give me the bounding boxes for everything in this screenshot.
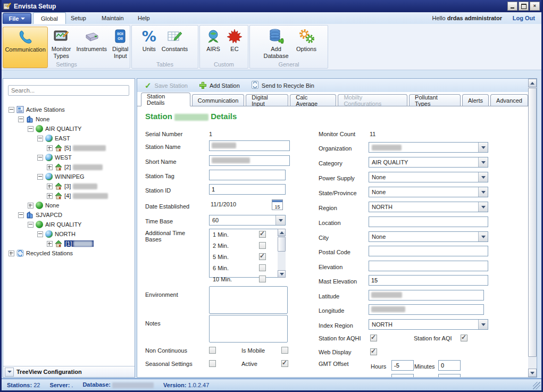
station-for-aqi-checkbox[interactable] <box>461 335 467 341</box>
airs-button[interactable]: AIRS <box>204 27 223 54</box>
listbox-scrollbar[interactable] <box>278 229 286 278</box>
tree-item-air-quality[interactable]: AIR QUALITY <box>28 124 81 134</box>
save-station-button[interactable]: ✓ Save Station <box>141 81 191 90</box>
tree-item-active-stations[interactable]: Active Stations <box>9 105 65 114</box>
station-id-field[interactable] <box>209 184 286 195</box>
scrollbar-thumb[interactable] <box>278 237 286 252</box>
menu-tab-help[interactable]: Help <box>130 12 157 24</box>
scroll-up-button[interactable] <box>278 229 286 236</box>
gmt-minutes-field[interactable] <box>438 360 461 371</box>
dropdown-button[interactable] <box>478 187 488 197</box>
collapse-pane-button[interactable] <box>5 368 14 377</box>
expander-collapse-icon[interactable] <box>28 126 34 132</box>
maximize-button[interactable] <box>519 2 529 11</box>
time-base-dropdown[interactable]: 60 <box>209 215 286 226</box>
expander-collapse-icon[interactable] <box>18 116 24 122</box>
file-menu-button[interactable]: File <box>3 13 31 24</box>
tree-item-station-4[interactable]: [4] <box>47 191 108 201</box>
checkbox-unchecked[interactable] <box>259 276 266 282</box>
checkbox-checked[interactable] <box>259 253 266 260</box>
tree-item-air-quality-2[interactable]: AIR QUALITY <box>28 220 81 229</box>
longitude-field[interactable] <box>369 304 484 315</box>
notes-field[interactable] <box>209 315 288 343</box>
time-base-option[interactable]: 6 Min. <box>210 263 268 273</box>
checkbox-unchecked[interactable] <box>259 264 266 271</box>
scrollbar-thumb[interactable] <box>528 88 537 357</box>
web-display-checkbox[interactable] <box>370 348 377 355</box>
city-dropdown[interactable]: None <box>369 231 488 242</box>
checkbox-unchecked[interactable] <box>259 242 266 249</box>
non-continuous-checkbox[interactable] <box>209 347 216 354</box>
power-supply-dropdown[interactable]: None <box>369 172 488 182</box>
dropdown-button[interactable] <box>275 215 285 225</box>
seasonal-settings-checkbox[interactable] <box>209 360 216 367</box>
monitor-types-button[interactable]: Monitor Types <box>50 27 73 60</box>
dropdown-button[interactable] <box>478 232 488 241</box>
tree-item-station-5[interactable]: [5] <box>47 143 106 153</box>
tree-item-recycled-stations[interactable]: Recycled Stations <box>9 248 73 258</box>
expander-expand-icon[interactable] <box>47 164 53 170</box>
postal-code-field[interactable] <box>369 246 488 256</box>
index-region-dropdown[interactable]: NORTH <box>369 319 488 330</box>
tab-alerts[interactable]: Alerts <box>462 94 489 106</box>
dropdown-button[interactable] <box>478 157 488 167</box>
state-province-dropdown[interactable]: None <box>369 187 488 197</box>
additional-time-bases-list[interactable]: 1 Min. 2 Min. 5 Min. 6 Min. 10 Min. <box>209 229 278 278</box>
tree-item-none-category[interactable]: None <box>28 201 59 210</box>
menu-tab-global[interactable]: Global <box>33 12 66 24</box>
tab-pollutant-types[interactable]: Pollutant Types <box>409 94 461 106</box>
station-tag-field[interactable] <box>209 170 286 180</box>
expander-expand-icon[interactable] <box>28 203 34 208</box>
main-scrollbar[interactable] <box>528 79 537 377</box>
time-base-option[interactable]: 1 Min. <box>210 229 268 240</box>
tree-item-winnipeg[interactable]: WINNIPEG <box>37 172 85 181</box>
expander-collapse-icon[interactable] <box>9 107 14 113</box>
dropdown-button[interactable] <box>478 172 488 182</box>
units-button[interactable]: % Units <box>140 27 158 54</box>
scroll-up-button[interactable] <box>528 79 537 87</box>
tree-item-east[interactable]: EAST <box>37 134 70 143</box>
tree-item-station-3[interactable]: [3] <box>47 181 97 191</box>
region-dropdown[interactable]: NORTH <box>369 202 488 212</box>
dropdown-button[interactable] <box>478 320 488 329</box>
tab-digital-input[interactable]: Digital Input <box>246 94 288 106</box>
expander-collapse-icon[interactable] <box>37 136 43 141</box>
expander-expand-icon[interactable] <box>47 184 53 189</box>
dropdown-button[interactable] <box>478 143 488 152</box>
send-to-recycle-bin-button[interactable]: Send to Recycle Bin <box>248 81 318 90</box>
organization-dropdown[interactable] <box>369 142 488 153</box>
station-name-field[interactable] <box>209 140 290 151</box>
options-button[interactable]: Options <box>295 27 318 54</box>
scroll-down-button[interactable] <box>278 270 286 278</box>
tree-item-west[interactable]: WEST <box>37 153 72 162</box>
short-name-field[interactable] <box>209 155 290 166</box>
digital-input-button[interactable]: IIOIOII Digital Input <box>111 27 130 60</box>
expander-expand-icon[interactable] <box>47 145 53 151</box>
calendar-icon[interactable]: 15 <box>272 199 283 210</box>
resize-grip[interactable] <box>533 382 540 389</box>
expander-collapse-icon[interactable] <box>18 212 24 218</box>
tree-item-none-org[interactable]: None <box>18 114 49 124</box>
tree-item-station-2[interactable]: [2] <box>47 162 103 172</box>
latitude-field[interactable] <box>369 290 484 301</box>
active-checkbox[interactable] <box>281 360 288 367</box>
constants-button[interactable]: Constants <box>160 27 190 54</box>
expander-collapse-icon[interactable] <box>37 174 43 180</box>
expander-collapse-icon[interactable] <box>37 155 43 161</box>
add-database-button[interactable]: Add Database <box>260 27 293 60</box>
instruments-button[interactable]: Instruments <box>75 27 108 54</box>
dst-minutes-field[interactable] <box>438 374 461 377</box>
menu-tab-setup[interactable]: Setup <box>63 12 94 24</box>
logout-link[interactable]: Log Out <box>513 12 535 24</box>
location-field[interactable] <box>369 216 488 227</box>
tree-item-sjvapcd[interactable]: SJVAPCD <box>18 210 62 220</box>
expander-expand-icon[interactable] <box>47 193 53 199</box>
expander-expand-icon[interactable] <box>9 251 14 256</box>
tab-communication[interactable]: Communication <box>192 94 244 106</box>
station-for-aqhi-checkbox[interactable] <box>370 335 377 341</box>
is-mobile-checkbox[interactable] <box>281 347 288 354</box>
tree-item-station-1-selected[interactable]: [1] <box>47 239 94 248</box>
category-dropdown[interactable]: AIR QUALITY <box>369 157 488 168</box>
environment-field[interactable] <box>209 286 288 314</box>
checkbox-checked[interactable] <box>259 231 266 238</box>
